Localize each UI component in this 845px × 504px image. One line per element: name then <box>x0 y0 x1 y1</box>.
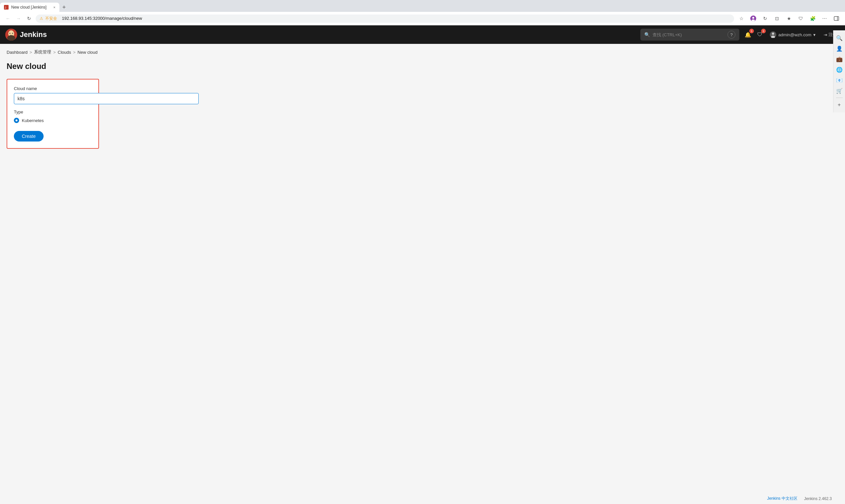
sidebar-mail-btn[interactable]: 📧 <box>834 75 844 85</box>
svg-point-3 <box>752 17 754 19</box>
user-menu[interactable]: admin@wzh.com ▾ <box>767 30 818 39</box>
svg-point-9 <box>7 35 15 40</box>
type-group: Type Kubernetes <box>14 109 92 123</box>
cloud-name-group: Cloud name <box>14 86 92 104</box>
favorites-btn[interactable]: ★ <box>784 14 793 23</box>
svg-point-13 <box>772 33 774 35</box>
breadcrumb-sep-3: > <box>73 50 75 55</box>
sidebar-briefcase-btn[interactable]: 💼 <box>834 54 844 64</box>
breadcrumb-current: New cloud <box>77 50 98 55</box>
profile-btn[interactable] <box>749 14 758 23</box>
kubernetes-label: Kubernetes <box>22 118 44 123</box>
more-btn[interactable]: ⋯ <box>820 14 829 23</box>
user-label: admin@wzh.com <box>778 32 811 37</box>
address-field[interactable]: ⚠ 不安全 192.168.93.145:32000/manage/cloud/… <box>36 15 734 23</box>
warning-icon: ⚠ <box>40 16 43 21</box>
page-wrapper: Dashboard > 系统管理 > Clouds > New cloud Ne… <box>0 44 845 504</box>
tab-favicon: J <box>4 5 8 10</box>
footer-community-link[interactable]: Jenkins 中文社区 <box>767 496 797 501</box>
tab-title: New cloud [Jenkins] <box>11 5 51 10</box>
footer-version: Jenkins 2.462.3 <box>804 497 832 501</box>
sidebar-divider <box>836 97 843 98</box>
jenkins-header: Jenkins 🔍 ? 🔔 1 🛡 1 admin@wzh.com ▾ ⇥ 注销 <box>0 25 845 44</box>
main-content: Dashboard > 系统管理 > Clouds > New cloud Ne… <box>0 44 845 504</box>
breadcrumb: Dashboard > 系统管理 > Clouds > New cloud <box>6 49 827 55</box>
breadcrumb-sep-1: > <box>30 50 32 55</box>
jenkins-logo: Jenkins <box>5 29 47 40</box>
cloud-name-input[interactable] <box>14 93 199 104</box>
right-sidebar: 🔍 👤 💼 🌐 📧 🛒 + <box>833 30 845 112</box>
browser-chrome: J New cloud [Jenkins] × + ← → ↻ ⚠ 不安全 19… <box>0 0 845 25</box>
cloud-name-label: Cloud name <box>14 86 92 91</box>
nav-refresh-btn[interactable]: ↻ <box>25 15 33 22</box>
kubernetes-radio[interactable] <box>14 118 19 123</box>
svg-point-11 <box>12 33 13 34</box>
sidebar-toggle-btn[interactable] <box>832 14 841 23</box>
search-bar[interactable]: 🔍 ? <box>640 29 739 40</box>
new-tab-btn[interactable]: + <box>59 3 69 12</box>
refresh-btn2[interactable]: ↻ <box>760 14 770 23</box>
sidebar-add-btn[interactable]: + <box>834 100 844 110</box>
address-text: 不安全 192.168.93.145:32000/manage/cloud/ne… <box>45 16 730 21</box>
shield-btn[interactable]: 🛡 1 <box>755 30 764 39</box>
create-button[interactable]: Create <box>14 131 43 142</box>
breadcrumb-sep-2: > <box>53 50 56 55</box>
type-label: Type <box>14 109 92 114</box>
bookmark-btn[interactable]: ☆ <box>737 14 746 23</box>
help-btn[interactable]: ? <box>727 31 735 39</box>
svg-point-10 <box>10 33 11 34</box>
url-text: 192.168.93.145:32000/manage/cloud/new <box>62 16 142 21</box>
breadcrumb-system-mgmt[interactable]: 系统管理 <box>34 49 51 55</box>
nav-back-btn[interactable]: ← <box>4 15 12 22</box>
search-input[interactable] <box>653 32 725 37</box>
svg-point-4 <box>752 19 755 21</box>
user-dropdown-icon: ▾ <box>813 32 816 37</box>
split-screen-btn[interactable]: ⊡ <box>772 14 781 23</box>
breadcrumb-clouds[interactable]: Clouds <box>58 50 71 55</box>
sidebar-people-btn[interactable]: 👤 <box>834 43 844 53</box>
notifications-btn[interactable]: 🔔 1 <box>743 30 753 39</box>
page-footer: Jenkins 中文社区 Jenkins 2.462.3 <box>767 493 832 504</box>
logout-icon: ⇥ <box>824 32 827 37</box>
extensions-btn[interactable]: 🧩 <box>808 14 817 23</box>
breadcrumb-dashboard[interactable]: Dashboard <box>6 50 28 55</box>
warning-label: 不安全 <box>45 16 57 21</box>
svg-rect-5 <box>834 17 839 20</box>
browser-tab-bar: J New cloud [Jenkins] × + <box>0 0 845 12</box>
page-title: New cloud <box>6 62 827 71</box>
tab-close-btn[interactable]: × <box>53 5 55 9</box>
browser-address-bar: ← → ↻ ⚠ 不安全 192.168.93.145:32000/manage/… <box>0 12 845 25</box>
jenkins-avatar <box>5 29 17 40</box>
notifications-badge: 1 <box>749 29 754 33</box>
new-cloud-form: Cloud name Type Kubernetes Create <box>6 79 99 149</box>
svg-text:J: J <box>5 6 6 9</box>
shield-badge: 1 <box>761 29 766 33</box>
kubernetes-option[interactable]: Kubernetes <box>14 118 92 123</box>
sidebar-cart-btn[interactable]: 🛒 <box>834 86 844 96</box>
sidebar-search-btn[interactable]: 🔍 <box>834 33 844 43</box>
nav-forward-btn[interactable]: → <box>15 15 22 22</box>
search-icon: 🔍 <box>644 32 650 37</box>
sidebar-globe-btn[interactable]: 🌐 <box>834 65 844 74</box>
shield-browser-btn[interactable]: 🛡 <box>796 14 805 23</box>
browser-tab-active[interactable]: J New cloud [Jenkins] × <box>0 3 59 12</box>
header-icons: 🔔 1 🛡 1 admin@wzh.com ▾ ⇥ 注销 <box>743 30 840 39</box>
radio-dot-inner <box>16 120 17 121</box>
jenkins-title: Jenkins <box>20 30 47 39</box>
